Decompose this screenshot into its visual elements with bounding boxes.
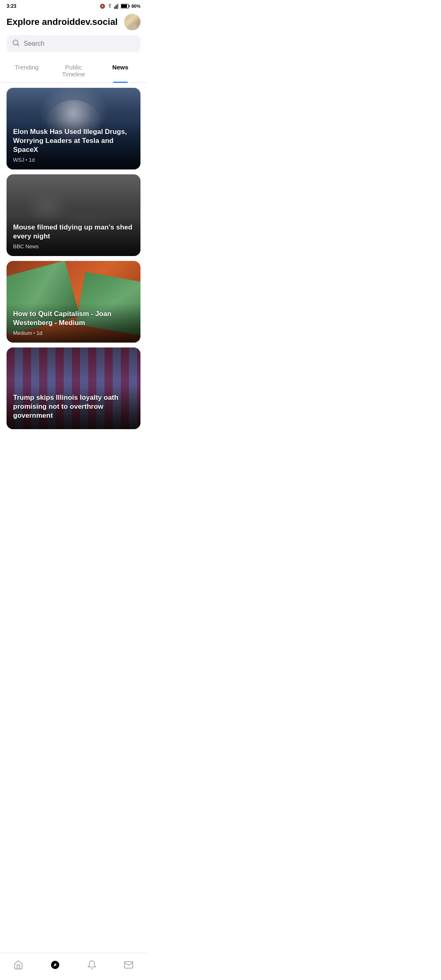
tab-news[interactable]: News [97, 59, 144, 82]
news-list: Elon Musk Has Used Illegal Drugs, Worryi… [0, 83, 147, 434]
svg-rect-3 [118, 3, 119, 9]
search-icon [12, 39, 20, 48]
card-4-overlay: Trump skips Illinois loyalty oath promis… [7, 387, 140, 429]
battery-icon [121, 4, 130, 9]
tab-trending[interactable]: Trending [3, 59, 50, 82]
status-bar: 3:23 🔕 80% [0, 0, 147, 11]
card-1-source: WSJ [13, 157, 24, 163]
card-2-source: BBC News [13, 243, 39, 249]
tab-public-timeline[interactable]: Public Timeline [50, 59, 97, 82]
card-2-title: Mouse filmed tidying up man's shed every… [13, 223, 134, 241]
mute-icon: 🔕 [100, 4, 105, 9]
tabs-bar: Trending Public Timeline News [0, 59, 147, 83]
svg-rect-5 [129, 5, 129, 7]
header: Explore androiddev.social [0, 11, 147, 35]
signal-icon [114, 3, 119, 9]
page-title: Explore androiddev.social [7, 17, 124, 27]
card-4-title: Trump skips Illinois loyalty oath promis… [13, 393, 134, 420]
search-bar[interactable] [7, 35, 140, 52]
news-card-elon[interactable]: Elon Musk Has Used Illegal Drugs, Worryi… [7, 88, 140, 169]
status-time: 3:23 [7, 3, 16, 9]
card-2-meta: BBC News [13, 243, 134, 249]
card-1-time: 1d [29, 157, 34, 163]
status-icons: 🔕 80% [100, 3, 140, 9]
news-card-trump[interactable]: Trump skips Illinois loyalty oath promis… [7, 347, 140, 429]
wifi-icon [107, 4, 113, 9]
svg-rect-1 [116, 5, 116, 9]
svg-rect-6 [121, 4, 127, 8]
card-1-overlay: Elon Musk Has Used Illegal Drugs, Worryi… [7, 121, 140, 169]
card-3-dot [33, 332, 35, 334]
svg-rect-2 [117, 4, 118, 9]
svg-point-7 [13, 40, 18, 45]
card-3-overlay: How to Quit Capitalism - Joan Westenberg… [7, 303, 140, 343]
svg-line-8 [18, 45, 19, 46]
search-container [7, 35, 140, 52]
news-card-mouse[interactable]: Mouse filmed tidying up man's shed every… [7, 174, 140, 256]
svg-rect-0 [114, 7, 115, 9]
user-avatar[interactable] [124, 14, 140, 30]
search-input[interactable] [24, 40, 135, 47]
news-card-capitalism[interactable]: How to Quit Capitalism - Joan Westenberg… [7, 261, 140, 343]
card-3-source: Medium [13, 330, 32, 336]
card-1-dot [26, 159, 27, 160]
card-1-meta: WSJ 1d [13, 157, 134, 163]
card-3-time: 1d [36, 330, 42, 336]
card-3-meta: Medium 1d [13, 330, 134, 336]
battery-percent: 80% [131, 4, 140, 9]
card-1-title: Elon Musk Has Used Illegal Drugs, Worryi… [13, 127, 134, 154]
card-3-title: How to Quit Capitalism - Joan Westenberg… [13, 310, 134, 327]
card-2-overlay: Mouse filmed tidying up man's shed every… [7, 216, 140, 256]
